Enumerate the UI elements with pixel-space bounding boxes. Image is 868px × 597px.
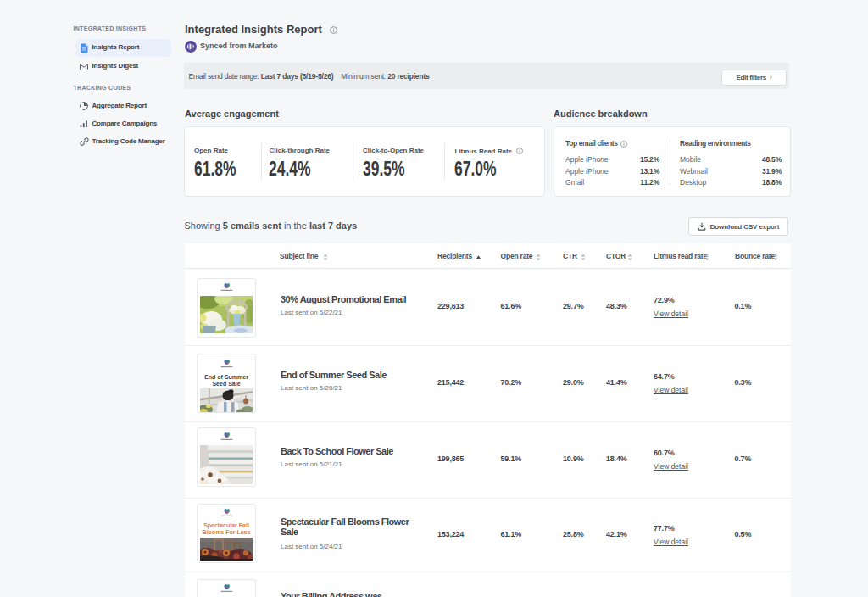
svg-text:Seed Sale: Seed Sale xyxy=(212,381,240,387)
svg-text:Blooms For Less: Blooms For Less xyxy=(203,529,251,535)
svg-text:End of Summer: End of Summer xyxy=(204,374,248,380)
